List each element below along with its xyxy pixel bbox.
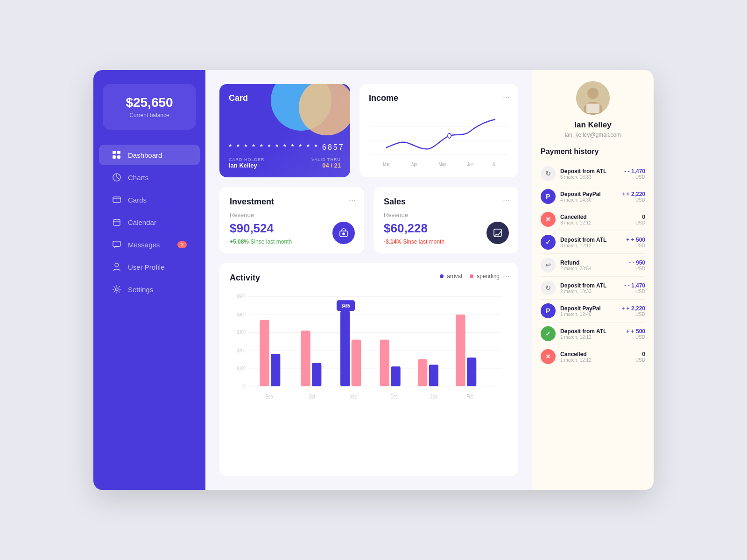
payment-currency: USD (624, 175, 645, 180)
user-email: ian_kelley@gmail.com (565, 132, 621, 138)
svg-rect-41 (312, 363, 321, 386)
svg-rect-40 (301, 331, 310, 386)
payment-info: Cancelled 1 march, 12:12 (560, 351, 635, 363)
svg-rect-50 (429, 365, 438, 386)
income-menu-dots[interactable]: ··· (503, 92, 510, 102)
payment-item: ↻ Deposit from ATL 5 march, 18:33 - - 1,… (541, 162, 645, 185)
svg-rect-47 (380, 340, 389, 386)
cards-icon (112, 195, 121, 204)
svg-rect-5 (113, 197, 120, 203)
payment-list: ↻ Deposit from ATL 5 march, 18:33 - - 1,… (541, 162, 645, 368)
svg-rect-49 (418, 359, 427, 386)
middle-row: Investment ··· Revenue $90,524 +5.08% Si… (219, 187, 518, 253)
sidebar-item-dashboard[interactable]: Dashboard (99, 145, 200, 165)
payment-info: Deposit PayPal 1 march, 12:40 (560, 305, 621, 317)
sidebar-item-messages[interactable]: Messages 3 (99, 234, 200, 255)
svg-rect-42 (340, 311, 350, 386)
payment-amount: - - 1,470 USD (624, 282, 645, 294)
payment-currency: USD (629, 266, 645, 271)
svg-rect-1 (117, 151, 120, 154)
payment-name: Deposit PayPal (560, 191, 621, 197)
sales-widget: Sales ··· Revenue $60,228 -3.14% Sinse l… (374, 187, 518, 253)
payment-date: 1 march, 12:12 (560, 357, 635, 363)
messages-icon (112, 240, 121, 249)
card-valid-date: 04 / 21 (311, 162, 341, 169)
payment-name: Cancelled (560, 351, 635, 357)
income-title: Income (369, 93, 509, 103)
activity-chart: $500 $400 $300 $200 $100 0 $465 (230, 292, 508, 404)
payment-value: + + 2,220 (621, 191, 645, 197)
payment-amount: + + 500 USD (626, 328, 645, 340)
sidebar-item-charts[interactable]: Charts (99, 167, 200, 188)
sidebar-item-user-profile[interactable]: User Profile (99, 257, 200, 277)
sidebar-label-charts: Charts (128, 174, 148, 182)
sidebar: $25,650 Current balance Dashboard (93, 70, 205, 490)
investment-icon-circle (332, 222, 355, 244)
payment-info: Deposit PayPal 4 march, 14:30 (560, 191, 621, 203)
card-holder-name: Ian Kelley (229, 162, 265, 169)
svg-point-12 (115, 263, 119, 267)
sales-revenue-label: Revenue (384, 211, 508, 218)
svg-rect-39 (271, 354, 280, 386)
svg-text:Nov: Nov (349, 393, 357, 400)
activity-legend: arrival spending (440, 273, 500, 280)
sidebar-item-cards[interactable]: Cards (99, 189, 200, 210)
main-content: Card * * * * * * * * * * * * 6857 CARD H… (205, 70, 532, 490)
sales-title: Sales (384, 197, 508, 207)
settings-icon (112, 285, 121, 294)
investment-title: Investment (230, 197, 354, 207)
sales-menu-dots[interactable]: ··· (503, 195, 510, 205)
svg-rect-7 (113, 219, 120, 225)
payment-item: P Deposit PayPal 4 march, 14:30 + + 2,22… (541, 185, 645, 208)
sidebar-item-settings[interactable]: Settings (99, 279, 200, 300)
svg-rect-3 (117, 155, 120, 159)
legend-dot-arrival (440, 274, 444, 278)
payment-item: ✓ Deposit from ATL 1 march, 12:12 + + 50… (541, 322, 645, 345)
legend-arrival: arrival (440, 273, 462, 280)
payment-currency: USD (621, 197, 645, 203)
svg-text:Jan: Jan (430, 393, 437, 400)
investment-menu-dots[interactable]: ··· (349, 195, 356, 205)
payment-value: - - 1,470 (624, 282, 645, 289)
svg-rect-2 (113, 155, 116, 159)
income-widget: Income ··· Mar Apr May Jun Jul (359, 84, 518, 177)
payment-name: Deposit from ATL (560, 237, 626, 243)
payment-icon: ↻ (541, 166, 556, 181)
payment-currency: USD (635, 357, 645, 363)
activity-widget: Activity ··· arrival spending (219, 263, 518, 476)
svg-rect-51 (456, 315, 465, 386)
payment-date: 4 march, 14:30 (560, 197, 621, 203)
svg-text:0: 0 (243, 383, 246, 389)
sidebar-label-user-profile: User Profile (128, 263, 164, 271)
card-title: Card (229, 93, 341, 103)
payment-icon: ✕ (541, 349, 556, 364)
payment-icon: ✓ (541, 326, 556, 341)
payment-info: Deposit from ATL 5 march, 18:33 (560, 168, 624, 180)
card-holder-section: CARD HOLDER Ian Kelley (229, 157, 265, 169)
payment-name: Deposit from ATL (560, 328, 626, 335)
sidebar-label-settings: Settings (128, 286, 153, 294)
investment-revenue-label: Revenue (230, 211, 354, 218)
payment-info: Refund 2 march, 23:54 (560, 259, 629, 271)
charts-icon (112, 173, 121, 182)
payment-currency: USD (635, 220, 645, 225)
top-row: Card * * * * * * * * * * * * 6857 CARD H… (219, 84, 518, 177)
payment-info: Cancelled 3 march, 12:12 (560, 214, 635, 225)
sidebar-item-calendar[interactable]: Calendar (99, 212, 200, 232)
dashboard-icon (112, 150, 121, 160)
payment-amount: + + 2,220 USD (621, 305, 645, 317)
user-profile-icon (112, 262, 121, 272)
payment-date: 1 march, 12:12 (560, 335, 626, 340)
payment-icon: ✓ (541, 235, 556, 250)
svg-rect-48 (391, 366, 400, 386)
svg-text:$400: $400 (237, 311, 246, 317)
payment-currency: USD (624, 289, 645, 294)
card-valid-section: VALID THRU 04 / 21 (311, 157, 341, 169)
sidebar-label-calendar: Calendar (128, 218, 156, 226)
payment-item: ✕ Cancelled 1 march, 12:12 0 USD (541, 345, 645, 368)
sales-change-label: Sinse last month (403, 238, 444, 245)
activity-menu-dots[interactable]: ··· (503, 271, 510, 281)
svg-text:$465: $465 (342, 302, 350, 308)
payment-date: 3 march, 12:12 (560, 220, 635, 225)
payment-value: 0 (635, 351, 645, 357)
